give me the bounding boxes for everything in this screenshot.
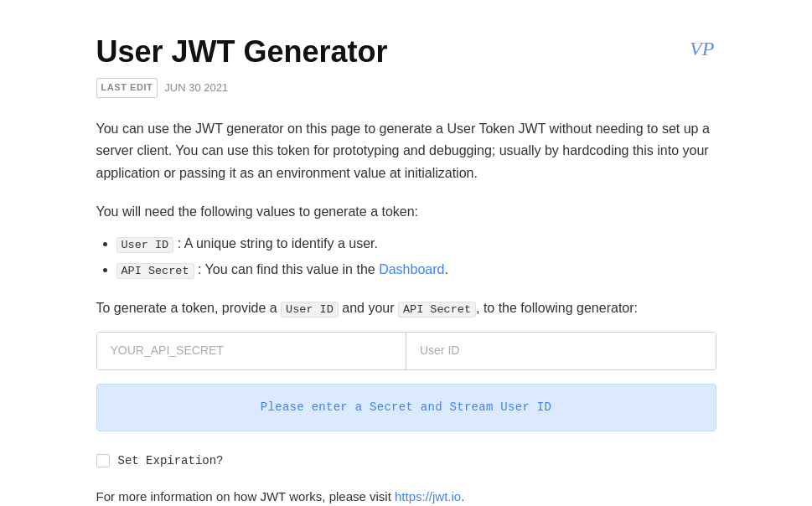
page-container: VP User JWT Generator LAST EDIT JUN 30 2… bbox=[29, 0, 784, 506]
dashboard-link[interactable]: Dashboard bbox=[379, 262, 444, 276]
footer-text-after: . bbox=[461, 489, 464, 503]
user-id-input[interactable] bbox=[406, 333, 716, 369]
page-title: User JWT Generator bbox=[96, 34, 716, 70]
svg-text:VP: VP bbox=[690, 38, 715, 59]
expiration-checkbox[interactable] bbox=[96, 454, 110, 467]
footer-info: For more information on how JWT works, p… bbox=[96, 487, 716, 506]
generate-button[interactable]: Please enter a Secret and Stream User ID bbox=[96, 384, 716, 431]
generator-intro-after: , to the following generator: bbox=[476, 301, 638, 315]
list-item-userid: User ID : A unique string to identify a … bbox=[116, 233, 716, 255]
last-edit-date: JUN 30 2021 bbox=[164, 80, 228, 97]
expiration-label: Set Expiration? bbox=[118, 452, 224, 470]
meta-bar: LAST EDIT JUN 30 2021 bbox=[96, 78, 716, 98]
section-title: You will need the following values to ge… bbox=[96, 201, 716, 223]
jwt-link[interactable]: https://jwt.io bbox=[395, 489, 461, 503]
input-row bbox=[96, 332, 716, 370]
userid-text: : A unique string to identify a user. bbox=[178, 236, 378, 250]
footer-text-before: For more information on how JWT works, p… bbox=[96, 489, 396, 503]
userid-code: User ID bbox=[116, 237, 174, 253]
apisecret-code: API Secret bbox=[116, 263, 194, 279]
apisecret-text: : You can find this value in the bbox=[198, 262, 379, 276]
values-list: User ID : A unique string to identify a … bbox=[116, 233, 716, 281]
generator-intro-before: To generate a token, provide a bbox=[96, 301, 282, 315]
description-paragraph: You can use the JWT generator on this pa… bbox=[96, 118, 716, 184]
generator-code-userid: User ID bbox=[281, 302, 339, 318]
generator-intro: To generate a token, provide a User ID a… bbox=[96, 297, 716, 319]
last-edit-label: LAST EDIT bbox=[96, 78, 158, 98]
api-secret-input[interactable] bbox=[97, 333, 407, 369]
header-logo[interactable]: VP bbox=[690, 35, 716, 67]
generator-code-apisecret: API Secret bbox=[398, 302, 476, 318]
expiration-row: Set Expiration? bbox=[96, 452, 716, 470]
list-item-apisecret: API Secret : You can find this value in … bbox=[116, 259, 716, 281]
generator-intro-mid: and your bbox=[339, 301, 398, 315]
